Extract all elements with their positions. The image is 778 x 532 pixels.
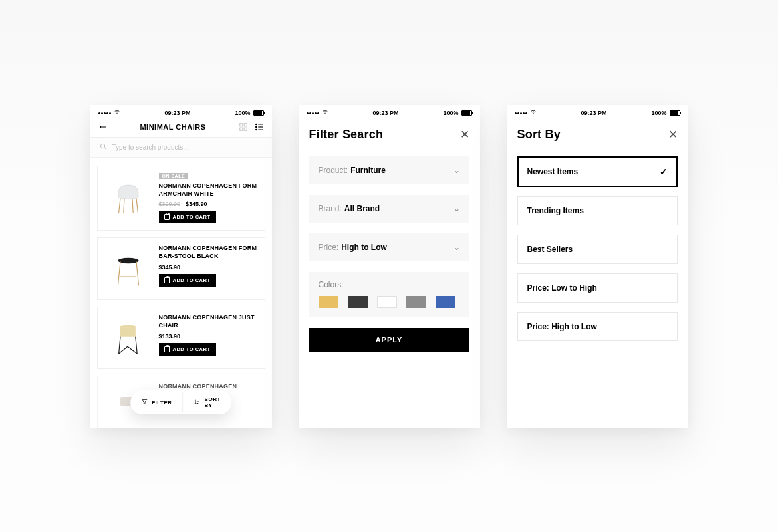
svg-point-10 (100, 144, 104, 148)
nav-bar: MINIMAL CHAIRS (90, 116, 272, 138)
search-icon (100, 143, 107, 152)
status-bar: 09:23 PM 100% (90, 105, 272, 116)
svg-point-12 (118, 258, 138, 263)
colors-label: Colors: (319, 280, 460, 289)
filter-product-select[interactable]: Product:Furniture ⌄ (309, 156, 469, 184)
sale-badge: ON SALE (159, 173, 189, 179)
chevron-down-icon: ⌄ (454, 166, 460, 175)
status-battery-pct: 100% (443, 110, 458, 116)
close-icon[interactable]: ✕ (668, 129, 678, 140)
screen-sort: 09:23 PM 100% Sort By ✕ Newest Items ✓ T… (507, 105, 688, 428)
list-view-icon[interactable] (255, 122, 264, 132)
product-card[interactable]: NORMANN COPENHAGEN JUST CHAIR $133.90 AD… (97, 307, 265, 369)
filter-icon (141, 398, 148, 406)
filter-sort-bar: FILTER SORT BY (130, 390, 231, 414)
chevron-down-icon: ⌄ (454, 243, 460, 252)
search-input[interactable] (112, 144, 263, 151)
apply-button[interactable]: APPLY (309, 328, 469, 352)
status-time: 09:23 PM (581, 110, 606, 116)
svg-rect-2 (239, 128, 242, 130)
screen-products: 09:23 PM 100% MINIMAL CHAIRS (90, 105, 272, 428)
status-bar: 09:23 PM 100% (507, 105, 688, 116)
product-card[interactable]: NORMANN COPENHAGEN FORM BAR-STOOL BLACK … (97, 237, 265, 300)
sort-title: Sort By (517, 128, 561, 142)
status-time: 09:23 PM (164, 110, 190, 116)
wifi-icon (530, 110, 537, 116)
product-image (104, 245, 152, 293)
product-price-old: $399.90 (159, 201, 181, 207)
sort-option-bestsellers[interactable]: Best Sellers (517, 235, 678, 264)
filter-price-select[interactable]: Price:High to Low ⌄ (309, 233, 469, 261)
add-to-cart-button[interactable]: ADD TO CART (159, 211, 216, 223)
back-icon[interactable] (98, 122, 108, 132)
status-time: 09:23 PM (372, 110, 398, 116)
signal-dots-icon (515, 112, 527, 114)
sort-option-price-high-low[interactable]: Price: High to Low (517, 312, 678, 341)
color-swatch[interactable] (406, 296, 426, 308)
status-bar: 09:23 PM 100% (299, 105, 480, 116)
signal-dots-icon (98, 112, 111, 114)
svg-point-4 (255, 124, 256, 124)
color-swatch[interactable] (436, 296, 455, 308)
svg-rect-1 (244, 124, 247, 126)
add-to-cart-button[interactable]: ADD TO CART (159, 343, 216, 356)
product-image (104, 173, 152, 221)
product-title: NORMANN COPENHAGEN FORM BAR-STOOL BLACK (159, 245, 258, 260)
svg-rect-0 (239, 124, 242, 126)
status-battery-pct: 100% (651, 110, 666, 116)
sort-option-newest[interactable]: Newest Items ✓ (517, 156, 678, 187)
sort-icon (194, 398, 201, 406)
product-price: $133.90 (159, 333, 181, 340)
bag-icon (164, 346, 170, 352)
bag-icon (164, 277, 170, 283)
grid-view-icon[interactable] (239, 122, 248, 132)
status-battery-pct: 100% (235, 110, 250, 116)
product-title: NORMANN COPENHAGEN FORM ARMCHAIR WHITE (159, 182, 258, 198)
bag-icon (164, 214, 170, 220)
wifi-icon (114, 110, 120, 116)
color-swatch[interactable] (348, 296, 368, 308)
add-to-cart-button[interactable]: ADD TO CART (159, 274, 216, 287)
filter-brand-select[interactable]: Brand:All Brand ⌄ (309, 195, 469, 223)
color-swatch[interactable] (319, 296, 338, 308)
floatbar-sort-button[interactable]: SORT BY (184, 390, 231, 414)
product-price: $345.90 (159, 264, 181, 271)
chevron-down-icon: ⌄ (454, 204, 460, 213)
check-icon: ✓ (660, 166, 668, 177)
svg-point-8 (255, 129, 256, 130)
battery-icon (461, 110, 472, 116)
product-title: NORMANN COPENHAGEN JUST CHAIR (159, 314, 258, 329)
color-swatch[interactable] (377, 296, 397, 308)
floatbar-filter-button[interactable]: FILTER (130, 392, 183, 412)
close-icon[interactable]: ✕ (460, 129, 469, 140)
svg-point-6 (255, 126, 256, 127)
filter-colors: Colors: (309, 272, 469, 317)
filter-title: Filter Search (309, 128, 384, 142)
sort-option-trending[interactable]: Trending Items (517, 196, 678, 225)
product-image (104, 314, 152, 362)
svg-line-11 (104, 148, 105, 149)
search-bar[interactable] (90, 138, 272, 158)
svg-rect-3 (244, 128, 247, 130)
page-title: MINIMAL CHAIRS (108, 123, 239, 131)
product-card[interactable]: ON SALE NORMANN COPENHAGEN FORM ARMCHAIR… (97, 166, 265, 231)
screen-filter: 09:23 PM 100% Filter Search ✕ Product:Fu… (299, 105, 480, 428)
sort-option-price-low-high[interactable]: Price: Low to High (517, 273, 678, 303)
battery-icon (670, 110, 680, 116)
signal-dots-icon (307, 112, 319, 114)
product-list: ON SALE NORMANN COPENHAGEN FORM ARMCHAIR… (90, 158, 272, 428)
wifi-icon (322, 110, 328, 116)
product-price: $345.90 (186, 201, 207, 207)
battery-icon (253, 110, 264, 116)
